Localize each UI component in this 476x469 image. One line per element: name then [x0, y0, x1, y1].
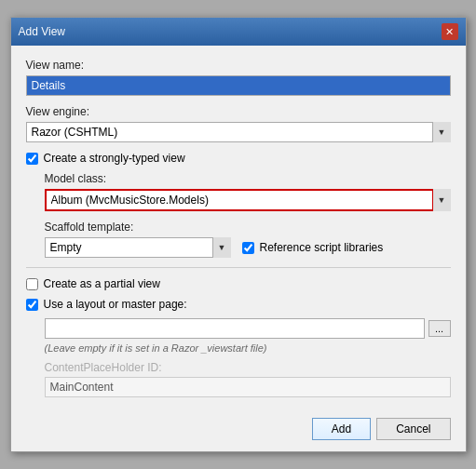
reference-scripts-checkbox[interactable]	[242, 242, 254, 254]
model-class-label: Model class:	[45, 172, 451, 185]
dialog-body: View name: View engine: Razor (CSHTML) A…	[11, 46, 466, 451]
view-engine-wrapper: Razor (CSHTML) ASPX ▼	[26, 122, 451, 142]
partial-view-checkbox[interactable]	[26, 278, 38, 290]
scaffold-label: Scaffold template:	[45, 221, 451, 234]
layout-hint: (Leave empty if it is set in a Razor _vi…	[45, 342, 451, 354]
view-engine-label: View engine:	[26, 105, 451, 118]
title-bar: Add View ✕	[11, 18, 466, 46]
layout-input-wrap: ...	[45, 318, 451, 339]
close-button[interactable]: ✕	[442, 23, 458, 40]
scaffold-select-wrapper: Empty Create Delete Details Edit List ▼	[45, 237, 231, 258]
view-engine-select[interactable]: Razor (CSHTML) ASPX	[26, 122, 451, 142]
add-button[interactable]: Add	[312, 418, 371, 440]
layout-label: Use a layout or master page:	[44, 298, 187, 311]
scaffold-row: Empty Create Delete Details Edit List ▼ …	[45, 237, 451, 258]
reference-scripts-label: Reference script libraries	[260, 241, 384, 254]
layout-path-input[interactable]	[45, 318, 425, 339]
scaffold-select[interactable]: Empty Create Delete Details Edit List	[45, 237, 231, 258]
layout-checkbox[interactable]	[26, 299, 38, 311]
view-name-input[interactable]	[26, 75, 451, 96]
content-placeholder-input[interactable]	[45, 377, 451, 397]
model-class-section: Model class: Album (MvcMusicStore.Models…	[26, 172, 451, 211]
buttons-row: Add Cancel	[26, 410, 451, 440]
scaffold-section: Scaffold template: Empty Create Delete D…	[26, 221, 451, 258]
browse-button[interactable]: ...	[428, 320, 451, 337]
view-name-label: View name:	[26, 59, 451, 72]
layout-row: Use a layout or master page:	[26, 298, 451, 311]
strongly-typed-checkbox[interactable]	[26, 153, 38, 165]
dialog-title: Add View	[19, 25, 65, 38]
add-view-dialog: Add View ✕ View name: View engine: Razor…	[10, 17, 467, 452]
model-class-select[interactable]: Album (MvcMusicStore.Models)	[45, 189, 451, 211]
cancel-button[interactable]: Cancel	[376, 418, 450, 440]
strongly-typed-label: Create a strongly-typed view	[44, 152, 185, 165]
divider	[26, 267, 451, 268]
partial-view-label: Create as a partial view	[44, 277, 160, 290]
content-placeholder-label: ContentPlaceHolder ID:	[45, 361, 451, 374]
reference-scripts-row: Reference script libraries	[242, 241, 384, 254]
partial-view-row: Create as a partial view	[26, 277, 451, 290]
model-class-wrapper: Album (MvcMusicStore.Models) ▼	[45, 189, 451, 211]
strongly-typed-row: Create a strongly-typed view	[26, 152, 451, 165]
